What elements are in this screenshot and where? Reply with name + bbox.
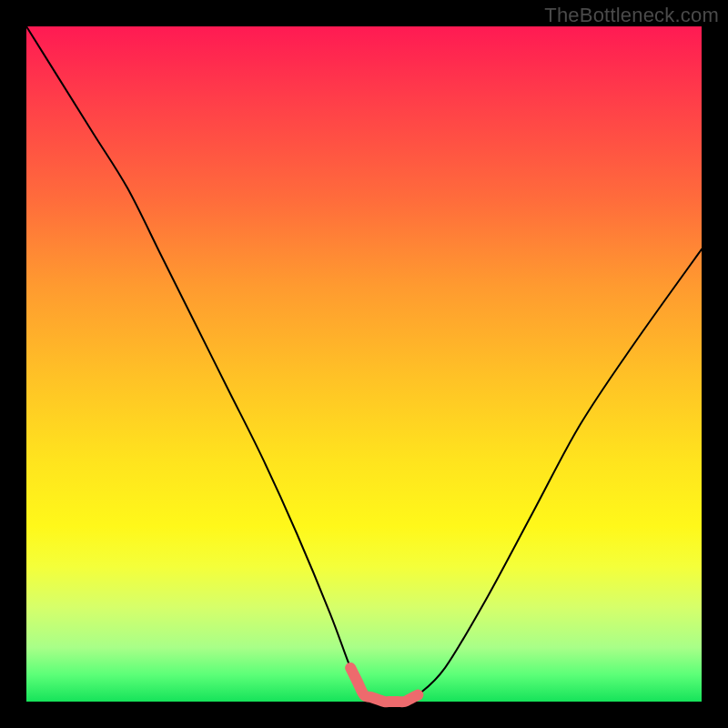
chart-svg: [26, 26, 702, 702]
chart-frame: TheBottleneck.com: [0, 0, 728, 728]
optimal-range-highlight: [350, 668, 418, 702]
bottleneck-curve: [26, 26, 702, 703]
watermark-text: TheBottleneck.com: [544, 4, 719, 27]
